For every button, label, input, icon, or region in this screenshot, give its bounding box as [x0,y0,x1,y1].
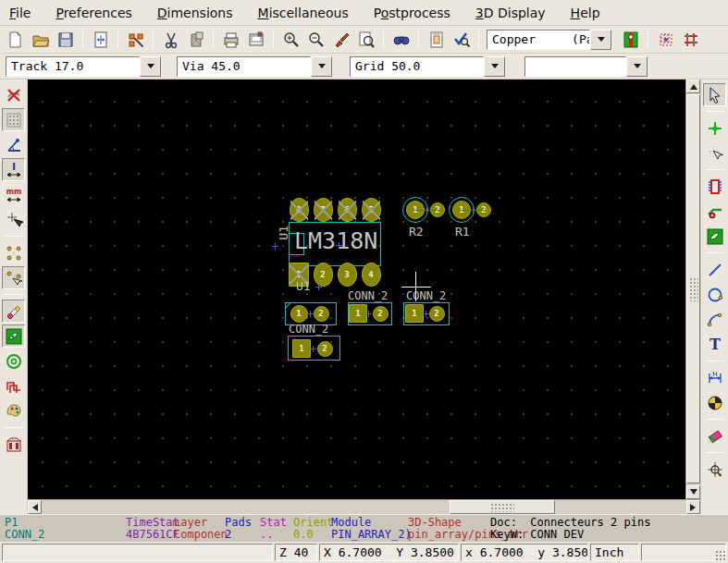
menu-bar: FilePreferencesDimensionsMiscellaneousPo… [0,0,728,26]
find-button[interactable] [389,28,413,51]
board-text-r1: R1 [455,226,470,238]
netlist-button[interactable] [425,28,448,51]
pad-2: 2 [429,306,445,322]
pad-sketch-mode-button[interactable] [2,433,25,456]
open-board-button[interactable] [29,28,52,51]
module-editor-button[interactable] [124,28,147,51]
board-text-u1: U1 [296,280,311,292]
info-col2-row2: Componen [174,529,228,541]
zoom-out-button[interactable] [304,28,327,51]
pad-1: 1 [349,304,367,323]
board-text-lm318n: LM318N [294,229,377,252]
zoom-in-button[interactable] [279,28,302,51]
drc-check-button[interactable] [450,28,473,51]
ratsnest-marker [310,346,316,352]
menu-miscellaneous[interactable]: Miscellaneous [258,6,349,20]
horizontal-scrollbar-thumb[interactable] [450,500,555,514]
palette-contrast-button[interactable] [2,399,25,422]
module-grid-button[interactable] [654,28,677,51]
pad-3: 3 [338,263,357,287]
vertical-scrollbar[interactable] [685,80,700,499]
paste-button[interactable] [184,28,207,51]
redraw-button[interactable] [329,28,352,51]
grid-visibility-button[interactable] [2,108,25,131]
menu-file[interactable]: File [9,6,31,20]
drc-off-button[interactable] [2,83,25,106]
grid-origin-button[interactable] [703,458,726,481]
info-col4-row2: .. [260,529,273,541]
layer-selector[interactable]: Copper (Page [487,30,611,50]
new-board-button[interactable] [4,28,27,51]
cursor-shape-button[interactable] [2,208,25,231]
board-text-conn_2: CONN_2 [348,290,388,301]
print-button[interactable] [219,28,242,51]
board-canvas[interactable]: 87651234121212121212LM318NU1U1CONN_2CONN… [28,80,685,499]
scroll-left-button[interactable] [28,500,42,514]
add-text-button[interactable]: T [703,333,726,356]
menu-3d-display[interactable]: 3D Display [475,6,546,20]
zoom-selector-dropdown-button[interactable] [626,56,648,77]
via-size-selector[interactable]: Via 45.0 [177,56,332,77]
menu-dimensions[interactable]: Dimensions [157,6,233,20]
board-text-conn_2: CONN_2 [406,290,446,301]
vertical-scrollbar-thumb[interactable] [686,94,700,483]
resize-grip[interactable] [715,550,726,561]
ratsnest-marker [424,207,430,214]
scroll-down-button[interactable] [686,485,700,499]
zoom-selector-value [524,56,626,77]
pad-1: 1 [292,339,311,358]
pad-2: 2 [317,341,333,357]
units-mm-button[interactable]: mm [2,183,25,206]
status-abs-position-field: X 6.7000 Y 3.8500 [319,544,459,561]
track-width-selector[interactable]: Track 17.0 [6,56,161,77]
local-ratsnest-button[interactable] [703,141,726,165]
highlight-net-button[interactable] [703,116,726,140]
scroll-right-button[interactable] [686,500,700,514]
units-inches-button[interactable]: I [2,158,25,181]
track-sketch-mode-button[interactable] [2,374,25,398]
aux-toolbar: Track 17.0 Via 45.0 Grid 50.0 [0,54,728,80]
ratsnest-module-button[interactable] [2,266,25,289]
add-line-button[interactable] [703,258,726,281]
menu-postprocess[interactable]: Postprocess [374,6,450,20]
add-module-button[interactable] [703,175,726,198]
add-zone-button[interactable] [703,225,726,248]
page-settings-button[interactable] [89,28,112,51]
add-track-via-button[interactable] [703,200,726,223]
zoom-selector[interactable] [524,56,648,77]
menu-help[interactable]: Help [571,6,600,20]
add-target-button[interactable] [703,391,726,414]
zoom-fit-button[interactable] [354,28,377,51]
plot-button[interactable] [244,28,267,51]
polar-coords-button[interactable] [2,133,25,156]
show-ratsnest-button[interactable] [679,28,702,51]
add-circle-button[interactable] [703,283,726,306]
track-width-dropdown-button[interactable] [140,56,161,77]
grid-size-dropdown-button[interactable] [484,56,505,77]
via-sketch-mode-button[interactable] [2,349,25,373]
add-arc-button[interactable] [703,308,726,331]
grid-size-selector[interactable]: Grid 50.0 [350,56,505,77]
menu-preferences[interactable]: Preferences [56,6,131,20]
pointer-tool-button[interactable] [703,83,726,106]
save-board-button[interactable] [54,28,77,51]
ratsnest-marker [315,284,322,290]
ratsnest-marker [307,311,314,317]
delete-item-button[interactable] [703,424,726,447]
status-rel-position-field: x 6.7000 y 3.8500 [461,544,588,561]
via-size-dropdown-button[interactable] [311,56,332,77]
ratsnest-general-button[interactable] [2,241,25,264]
ratsnest-marker [423,311,429,317]
add-dimension-button[interactable]: H [703,366,726,389]
layer-selector-dropdown-button[interactable] [590,30,611,50]
scroll-up-button[interactable] [686,80,700,93]
ratsnest-marker [272,243,278,250]
status-zoom-field: Z 40 [275,544,317,561]
grid-size-value: Grid 50.0 [350,56,484,77]
main-toolbar: Copper (Page [0,26,728,54]
autodelete-track-button[interactable] [2,300,25,323]
cut-button[interactable] [159,28,182,51]
horizontal-scrollbar[interactable] [28,499,700,514]
layer-colors-button[interactable] [619,28,642,51]
show-zones-button[interactable] [2,324,25,348]
